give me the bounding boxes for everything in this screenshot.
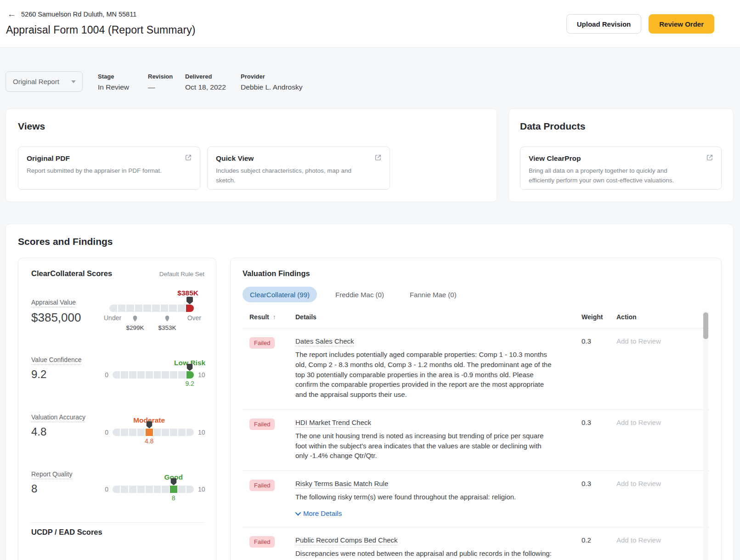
findings-scrollbar-thumb[interactable]: [703, 312, 708, 339]
appraisal-value-label[interactable]: Appraisal Value: [31, 299, 76, 307]
data-products-panel: Data Products View ClearProp Bring all d…: [508, 108, 734, 202]
gauge-marker-icon: [186, 297, 193, 306]
pin-icon: [133, 316, 137, 322]
finding-row: Failed Dates Sales Check The report incl…: [243, 328, 709, 410]
valuation-findings-title: Valuation Findings: [243, 269, 310, 278]
gauge-pin: $299K: [126, 315, 144, 331]
views-panel: Views Original PDF Report submitted by t…: [6, 108, 497, 202]
gauge-under-label: Under: [104, 314, 121, 322]
column-result[interactable]: Result↑: [249, 313, 295, 321]
ucdp-ead-scores-title: UCDP / EAD Scores: [31, 528, 102, 537]
back-arrow-icon[interactable]: ←: [7, 10, 16, 18]
gauge-min-label: 0: [105, 486, 108, 493]
gauge-max-label: 10: [198, 429, 205, 436]
external-link-icon[interactable]: [184, 153, 192, 164]
finding-description: Discrepancies were noted between the app…: [295, 549, 552, 560]
report-version-value: Original Report: [13, 78, 59, 85]
view-card[interactable]: Original PDF Report submitted by the app…: [18, 147, 200, 190]
gauge-max-label: 10: [198, 371, 205, 379]
finding-title[interactable]: HDI Market Trend Check: [295, 419, 371, 428]
meta-field-label: Stage: [98, 73, 129, 80]
findings-tab[interactable]: Fannie Mae (0): [402, 287, 464, 302]
view-card-title: Original PDF: [27, 154, 192, 163]
finding-description: The one unit housing trend is noted as i…: [295, 431, 552, 461]
view-card[interactable]: Quick View Includes subject characterist…: [207, 147, 390, 190]
more-details-link[interactable]: More Details: [295, 509, 342, 517]
meta-field-value: In Review: [98, 83, 129, 91]
finding-title[interactable]: Risky Terms Basic Match Rule: [295, 480, 388, 489]
findings-table: Result↑ Details Weight Action Failed Dat…: [243, 310, 709, 560]
findings-tabs: ClearCollateral (99) Freddie Mac (0) Fan…: [243, 287, 464, 302]
scores-and-findings-panel: Scores and Findings ClearCollateral Scor…: [6, 224, 734, 560]
finding-weight: 0.2: [582, 536, 616, 560]
report-meta-bar: Original Report Stage In Review Revision…: [0, 71, 740, 92]
findings-tab[interactable]: ClearCollateral (99): [243, 287, 317, 302]
meta-field: Stage In Review: [98, 73, 129, 91]
appraisal-value-gauge: $385K Under Over $299K: [109, 305, 194, 312]
score-gauge-value-label: 4.8: [145, 437, 153, 445]
score-value: 9.2: [31, 368, 81, 381]
gauge-max-label: 10: [198, 486, 205, 493]
finding-title[interactable]: Dates Sales Check: [295, 337, 354, 346]
score-gauge-value-label: 8: [172, 494, 175, 502]
add-to-review-action[interactable]: Add to Review: [616, 536, 709, 560]
data-product-card[interactable]: View ClearProp Bring all data on a prope…: [520, 147, 722, 190]
findings-scrollbar-track[interactable]: [703, 311, 708, 560]
gauge-pin-label: $299K: [126, 324, 144, 331]
view-card-title: Quick View: [216, 154, 381, 163]
appraisal-value-amount: $385,000: [31, 311, 81, 325]
gauge-pin-label: $353K: [158, 324, 176, 331]
score-label[interactable]: Valuation Accuracy: [31, 413, 85, 422]
result-status-badge: Failed: [249, 419, 275, 430]
finding-weight: 0.3: [582, 480, 616, 517]
add-to-review-action[interactable]: Add to Review: [616, 480, 709, 517]
rule-set-label: Default Rule Set: [159, 271, 204, 277]
top-header: ← 5260 Samuelson Rd Duluth, MN 55811 App…: [0, 0, 740, 48]
column-action: Action: [616, 313, 709, 321]
finding-title[interactable]: Public Record Comps Bed Check: [295, 536, 398, 545]
score-gauge-value-label: 9.2: [185, 380, 194, 387]
upload-revision-button[interactable]: Upload Revision: [566, 14, 642, 34]
external-link-icon[interactable]: [374, 153, 382, 164]
clearcollateral-scores-title: ClearCollateral Scores: [31, 269, 112, 278]
add-to-review-action[interactable]: Add to Review: [616, 419, 709, 461]
finding-weight: 0.3: [582, 419, 616, 461]
review-order-button[interactable]: Review Order: [649, 14, 714, 34]
result-status-badge: Failed: [249, 337, 275, 349]
score-label[interactable]: Report Quality: [31, 470, 72, 479]
add-to-review-action[interactable]: Add to Review: [616, 337, 709, 400]
score-row: Valuation Accuracy 4.8 0 Moderate 4.8 10: [31, 405, 204, 458]
result-status-badge: Failed: [249, 536, 275, 548]
gauge-min-label: 0: [105, 429, 108, 436]
data-product-card-title: View ClearProp: [529, 154, 713, 163]
meta-field: Delivered Oct 18, 2022: [185, 73, 226, 91]
gauge-marker-icon: [187, 364, 193, 373]
chevron-down-icon: [295, 509, 301, 515]
score-row: Report Quality 8 0 Good 8 10: [31, 462, 204, 515]
score-gauge: 0 Low Risk 9.2 10: [113, 371, 194, 379]
meta-field: Provider Debbie L. Androsky: [241, 73, 302, 91]
score-label[interactable]: Value Confidence: [31, 356, 81, 365]
report-version-select[interactable]: Original Report: [6, 71, 83, 92]
finding-description: The report includes potentially aged com…: [295, 350, 552, 400]
sort-ascending-icon[interactable]: ↑: [273, 313, 276, 321]
meta-field-value: —: [148, 83, 173, 91]
external-link-icon[interactable]: [706, 153, 714, 164]
views-panel-title: Views: [18, 121, 45, 132]
column-details: Details: [295, 313, 582, 321]
appraisal-value-row: Appraisal Value $385,000 $385K Under Ove…: [31, 286, 204, 350]
meta-field-value: Debbie L. Androsky: [241, 83, 302, 91]
valuation-findings-card: Valuation Findings ClearCollateral (99) …: [230, 258, 722, 560]
view-card-description: Includes subject characteristics, photos…: [216, 166, 367, 186]
finding-row: Failed Risky Terms Basic Match Rule The …: [243, 471, 709, 527]
finding-description: The following risky term(s) were found t…: [295, 492, 552, 502]
gauge-min-label: 0: [105, 371, 108, 379]
data-products-title: Data Products: [520, 121, 585, 132]
finding-row: Failed Public Record Comps Bed Check Dis…: [243, 527, 709, 560]
data-product-card-description: Bring all data on a property together to…: [529, 166, 680, 186]
appraisal-gauge-marker-label: $385K: [177, 289, 198, 297]
gauge-over-label: Over: [187, 314, 201, 322]
finding-row: Failed HDI Market Trend Check The one un…: [243, 410, 709, 471]
property-address: 5260 Samuelson Rd Duluth, MN 55811: [21, 11, 136, 18]
findings-tab[interactable]: Freddie Mac (0): [328, 287, 391, 302]
